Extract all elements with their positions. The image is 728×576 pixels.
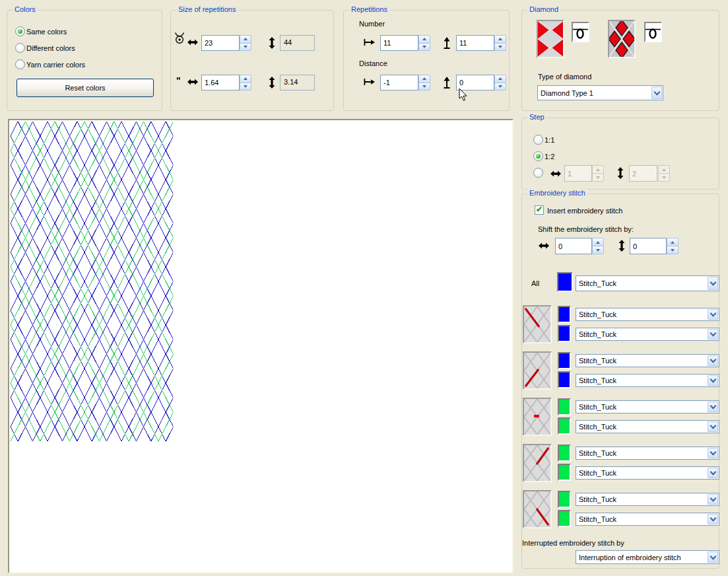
radio-different-colors[interactable] <box>15 43 25 53</box>
stitch-dropdown[interactable]: Stitch_Tuck <box>576 354 719 367</box>
stitch-dropdown[interactable]: Stitch_Tuck <box>576 493 719 506</box>
diamond-mark-top-left-icon <box>523 305 552 343</box>
shift-h-input[interactable] <box>555 238 592 254</box>
up-from-bar-arrow-icon <box>444 77 450 89</box>
horizontal-arrow-icon <box>187 79 198 85</box>
stitch-width-input[interactable] <box>201 35 240 51</box>
up-from-bar-arrow-icon <box>444 37 450 49</box>
all-color-swatch[interactable] <box>557 272 573 292</box>
stitch-dropdown[interactable]: Stitch_Tuck <box>576 308 719 321</box>
repetitions-number-h-spinner[interactable] <box>418 35 430 51</box>
repetitions-distance-h-spinner[interactable] <box>418 75 430 90</box>
vertical-arrow-icon <box>617 167 624 179</box>
shift-embroidery-label: Shift the embroidery stitch by: <box>538 225 634 233</box>
reset-colors-button[interactable]: Reset colors <box>17 79 154 97</box>
stitch-value: Stitch_Tuck <box>579 513 706 525</box>
inch-height-readonly: 3.14 <box>280 75 315 90</box>
repetitions-distance-h-input[interactable] <box>380 75 418 90</box>
stitch-dropdown[interactable]: Stitch_Tuck <box>576 513 719 526</box>
radio-same-colors-label: Same colors <box>26 28 67 36</box>
repetitions-group-title: Repetitions <box>349 5 389 13</box>
inch-width-spinner[interactable] <box>240 75 251 90</box>
chevron-down-icon[interactable] <box>651 87 662 99</box>
stitch-color-swatch[interactable] <box>558 325 571 342</box>
stitch-color-swatch[interactable] <box>558 352 571 369</box>
stitch-value: Stitch_Tuck <box>579 308 706 320</box>
diamond-type-dropdown[interactable]: Diamond Type 1 <box>537 85 663 100</box>
repetitions-distance-v-spinner[interactable] <box>494 75 506 90</box>
repetitions-number-h-input[interactable] <box>380 35 418 51</box>
interrupted-embroidery-dropdown[interactable]: Interruption of embroidery stitch <box>576 550 719 564</box>
stitch-loop-icon <box>172 32 187 45</box>
shift-h-spinner[interactable] <box>592 238 604 254</box>
diamond-pattern-preview <box>9 120 512 572</box>
stitch-value: Stitch_Tuck <box>579 421 706 433</box>
stitch-color-swatch[interactable] <box>558 510 571 527</box>
diamond-mark-bottom-left-icon <box>523 351 552 390</box>
shift-v-input[interactable] <box>630 238 667 254</box>
diamond-mark-center-icon <box>523 398 552 436</box>
inch-width-input[interactable] <box>201 75 240 90</box>
type-of-diamond-label: Type of diamond <box>538 73 591 81</box>
chevron-down-icon[interactable] <box>708 494 718 505</box>
stitch-dropdown[interactable]: Stitch_Tuck <box>576 420 719 433</box>
chevron-down-icon[interactable] <box>708 355 718 366</box>
stitch-dropdown[interactable]: Stitch_Tuck <box>576 328 719 341</box>
maps-to-arrow-icon <box>364 79 375 85</box>
diamond-preview-red-icon[interactable] <box>537 20 564 58</box>
horizontal-arrow-icon <box>550 170 561 177</box>
stitch-dropdown[interactable]: Stitch_Tuck <box>576 466 719 480</box>
stitch-color-swatch[interactable] <box>558 445 571 462</box>
chevron-down-icon[interactable] <box>708 468 718 478</box>
stitch-symbol-button[interactable] <box>572 22 589 42</box>
stitch-width-spinner[interactable] <box>240 35 251 51</box>
repetitions-number-v-input[interactable] <box>456 35 494 51</box>
chevron-down-icon[interactable] <box>708 552 718 563</box>
stitch-color-swatch[interactable] <box>558 464 571 481</box>
vertical-arrow-icon <box>618 240 625 252</box>
chevron-down-icon[interactable] <box>708 421 718 432</box>
radio-yarn-carrier-colors[interactable] <box>15 59 25 69</box>
radio-same-colors[interactable] <box>15 26 25 36</box>
step-custom-v-input <box>629 165 657 182</box>
colors-group: Colors Same colors Different colors Yarn… <box>7 10 162 111</box>
diamond-mark-top-right-icon <box>523 444 552 482</box>
colors-group-title: Colors <box>13 5 38 13</box>
chevron-down-icon[interactable] <box>708 448 718 458</box>
chevron-down-icon[interactable] <box>708 329 718 340</box>
radio-step-custom[interactable] <box>533 168 543 178</box>
chevron-down-icon[interactable] <box>708 277 718 290</box>
diamond-type-value: Diamond Type 1 <box>541 86 650 100</box>
stitch-dropdown[interactable]: Stitch_Tuck <box>576 447 719 460</box>
radio-step-1-2[interactable] <box>533 151 543 161</box>
chevron-down-icon[interactable] <box>708 375 718 386</box>
step-custom-h-spinner <box>592 165 604 182</box>
stitch-color-swatch[interactable] <box>558 491 571 508</box>
diamond-mark-bottom-right-icon <box>523 490 552 528</box>
chevron-down-icon[interactable] <box>708 309 718 320</box>
stitch-color-swatch[interactable] <box>558 417 571 435</box>
stitch-symbol-button[interactable] <box>644 22 662 42</box>
pattern-canvas[interactable] <box>8 119 513 573</box>
step-group-title: Step <box>527 113 546 121</box>
stitch-color-swatch[interactable] <box>558 371 571 388</box>
shift-v-spinner[interactable] <box>667 238 678 254</box>
insert-embroidery-stitch-label: Insert embroidery stitch <box>547 207 622 215</box>
repetitions-number-v-spinner[interactable] <box>494 35 506 51</box>
insert-embroidery-stitch-checkbox[interactable] <box>535 205 544 215</box>
inch-quote-icon: " <box>176 75 181 86</box>
stitch-color-swatch[interactable] <box>558 398 571 415</box>
stitch-value: Stitch_Tuck <box>579 375 706 386</box>
mouse-cursor <box>459 88 468 102</box>
all-stitch-dropdown[interactable]: Stitch_Tuck <box>576 275 719 291</box>
chevron-down-icon[interactable] <box>708 514 718 524</box>
stitch-color-swatch[interactable] <box>558 306 571 323</box>
chevron-down-icon[interactable] <box>708 402 718 412</box>
radio-step-1-1[interactable] <box>533 135 543 145</box>
diamond-preview-gray-icon[interactable] <box>608 20 636 58</box>
stitch-value: Stitch_Tuck <box>579 447 706 459</box>
interrupted-embroidery-label: Interrupted embroidery stitch by <box>522 539 624 547</box>
stitch-dropdown[interactable]: Stitch_Tuck <box>576 400 719 414</box>
radio-different-colors-label: Different colors <box>26 44 75 52</box>
stitch-dropdown[interactable]: Stitch_Tuck <box>576 374 719 387</box>
